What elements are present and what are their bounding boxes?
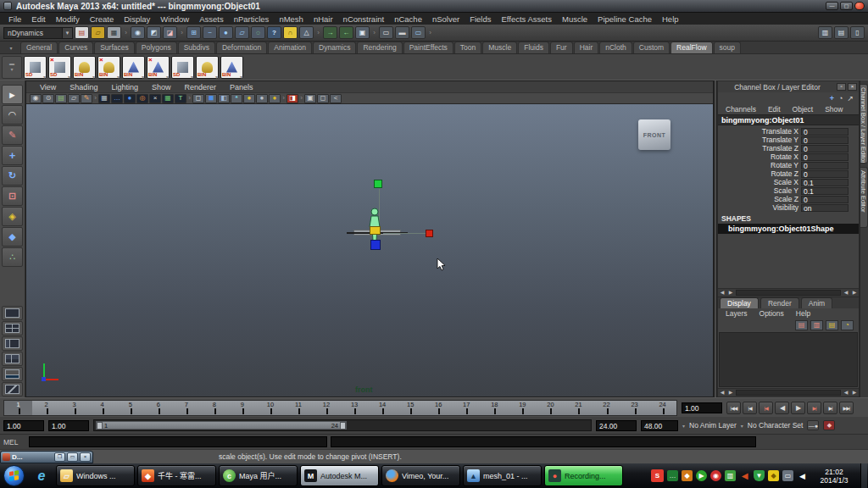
slider-mode-icon[interactable]: ↗ xyxy=(847,94,854,103)
command-language-label[interactable]: MEL xyxy=(3,438,25,446)
bounding-box-icon[interactable]: × xyxy=(149,94,161,103)
bankcard-tray-icon[interactable]: ▥ xyxy=(725,470,736,481)
use-default-material-icon[interactable]: T xyxy=(175,94,186,103)
shelf-tab[interactable]: Subdivs xyxy=(178,42,215,53)
separator[interactable]: › xyxy=(427,26,433,39)
frame-tick[interactable]: 23 xyxy=(620,401,648,415)
scroll-left-icon[interactable]: ◀ xyxy=(718,289,726,297)
shelf-tab[interactable]: Hair xyxy=(574,42,599,53)
channel-box-hscrollbar[interactable]: ◀ ▶ ◀ ▶ xyxy=(718,288,859,297)
hypergraph-layout[interactable] xyxy=(2,382,23,396)
menu-item[interactable]: Modify xyxy=(51,14,85,24)
image-plane-icon[interactable]: ▱ xyxy=(68,94,80,103)
channel-value-field[interactable]: 0 xyxy=(801,170,849,178)
frame-tick[interactable]: 22 xyxy=(593,401,620,415)
time-slider-ruler[interactable]: 1 2 3 4 5 6 7 8 9 10 11 12 13 14 15 xyxy=(3,400,677,416)
menu-item[interactable]: nMesh xyxy=(274,14,309,24)
move-layer-down-icon[interactable]: ▥ xyxy=(810,320,823,330)
range-slider-bar[interactable]: 1 24 xyxy=(96,421,347,430)
channel-value-field[interactable]: 0 xyxy=(801,196,849,203)
current-time-field[interactable]: 1.00 xyxy=(682,402,722,413)
realflow-sd-export-icon[interactable]: SD xyxy=(171,56,194,79)
shelf-tab[interactable]: Fur xyxy=(550,42,573,53)
scroll-left-icon[interactable]: ◀ xyxy=(718,389,726,396)
frame-tick[interactable]: 19 xyxy=(509,401,537,415)
paint-effects-icon[interactable]: ◨ xyxy=(287,94,298,103)
realflow-bin-particles-icon[interactable]: BIN xyxy=(122,56,145,79)
channel-value-field[interactable]: 0 xyxy=(801,136,849,144)
animation-start-field[interactable]: 1.00 xyxy=(3,420,44,431)
frame-tick[interactable]: 7 xyxy=(172,401,200,415)
persp-outliner-layout[interactable] xyxy=(2,336,23,351)
frame-tick[interactable]: 21 xyxy=(565,401,593,415)
grease-pencil-icon[interactable]: ✎ xyxy=(81,94,92,103)
shelf-tab[interactable]: nCloth xyxy=(599,42,632,53)
sogou-tray-icon[interactable]: S xyxy=(651,469,664,482)
shelf-tab[interactable]: Toon xyxy=(454,42,481,53)
input-connections-icon[interactable]: → xyxy=(323,26,337,39)
frame-tick[interactable]: 16 xyxy=(425,401,453,415)
update-tray-icon[interactable]: ◆ xyxy=(768,470,779,481)
taskbar-recording[interactable]: ● Recording... xyxy=(544,465,623,486)
realflow-bin-mesh-icon[interactable]: BIN xyxy=(73,56,96,79)
menu-item[interactable]: nHair xyxy=(309,14,338,24)
channel-value-field[interactable]: 0.1 xyxy=(801,179,849,186)
textured-cube-icon[interactable]: ◼ xyxy=(205,94,217,103)
close-button[interactable] xyxy=(854,2,865,10)
panel-menu-item[interactable]: Shading xyxy=(63,83,104,92)
go-to-end-button[interactable]: ▶▶| xyxy=(839,402,854,414)
realflow-bin-mesh-delete-icon[interactable]: BIN × xyxy=(97,56,120,79)
scroll-right-icon[interactable]: ▶ xyxy=(850,389,859,396)
shelf-tab[interactable]: Surfaces xyxy=(94,42,135,53)
channel-box-menu-item[interactable]: Object xyxy=(787,105,820,114)
new-layer-from-selected-icon[interactable]: ◔ xyxy=(841,320,854,330)
layer-editor-tab[interactable]: Display xyxy=(720,297,759,308)
menu-item[interactable]: Help xyxy=(657,14,684,24)
xray-icon[interactable]: ◧ xyxy=(218,94,230,103)
layer-list[interactable] xyxy=(719,332,858,388)
security-scan-tray-icon[interactable]: ▶ xyxy=(696,470,707,481)
show-attribute-editor-icon[interactable]: ▯ xyxy=(850,26,865,39)
open-scene-icon[interactable]: ▱ xyxy=(91,26,105,39)
menu-item[interactable]: nConstraint xyxy=(338,14,390,24)
tab-attribute-editor[interactable]: Attribute Editor xyxy=(860,167,868,228)
separator[interactable]: › xyxy=(281,94,286,103)
scroll-track[interactable] xyxy=(736,390,841,396)
netdisk-tray-icon[interactable]: ◉ xyxy=(710,470,721,481)
play-forwards-button[interactable]: ▶ xyxy=(791,402,805,414)
character-select-icon[interactable]: < xyxy=(330,94,342,103)
internet-explorer-icon[interactable]: e xyxy=(30,469,53,484)
render-view-icon[interactable]: ▭ xyxy=(379,26,393,39)
lasso-select-tool[interactable]: ◠ xyxy=(2,105,23,125)
scale-manipulator-y-handle[interactable] xyxy=(374,180,382,188)
step-forward-key-button[interactable]: ▶| xyxy=(807,402,821,414)
frame-selection-icon[interactable]: ◻ xyxy=(317,94,329,103)
channel-value-field[interactable]: 0 xyxy=(801,145,849,152)
flat-shade-icon[interactable]: ◎ xyxy=(136,94,148,103)
show-desktop-button[interactable] xyxy=(860,463,867,488)
scale-tool[interactable]: ⊡ xyxy=(2,186,23,206)
shelf-tab[interactable]: soup xyxy=(714,42,741,53)
construction-history-icon[interactable]: ▣ xyxy=(355,26,370,39)
scroll-right-icon[interactable]: ▶ xyxy=(850,289,859,297)
play-backwards-button[interactable]: ◀ xyxy=(775,402,789,414)
shelf-tab[interactable]: Animation xyxy=(268,42,312,53)
menu-set-selector[interactable]: nDynamics ▼ xyxy=(3,27,73,39)
menu-item[interactable]: Fields xyxy=(465,14,496,24)
panel-menu-item[interactable]: Show xyxy=(145,83,178,92)
download-tray-icon[interactable]: ◀ xyxy=(739,470,750,481)
panel-close-icon[interactable]: × xyxy=(848,83,857,91)
help-icon[interactable]: ? xyxy=(267,26,281,39)
taskbar-clock[interactable]: 21:02 2014/1/3 xyxy=(813,468,855,485)
playback-start-field[interactable]: 1.00 xyxy=(48,420,89,431)
menu-item[interactable]: Muscle xyxy=(557,14,593,24)
set-key-icon[interactable]: —● xyxy=(807,420,819,430)
select-by-object-icon[interactable]: ◩ xyxy=(147,26,161,39)
highlight-selection-icon[interactable]: △ xyxy=(299,26,314,39)
shelf-tab[interactable]: RealFlow xyxy=(670,42,712,53)
shape-node-name[interactable]: bingmmyong:Object01Shape xyxy=(718,224,859,234)
snap-to-points-icon[interactable]: ● xyxy=(219,26,233,39)
new-empty-layer-icon[interactable]: ▤ xyxy=(826,320,838,330)
separator[interactable]: › xyxy=(179,26,185,39)
soft-modification-tool[interactable]: ◆ xyxy=(2,227,23,247)
